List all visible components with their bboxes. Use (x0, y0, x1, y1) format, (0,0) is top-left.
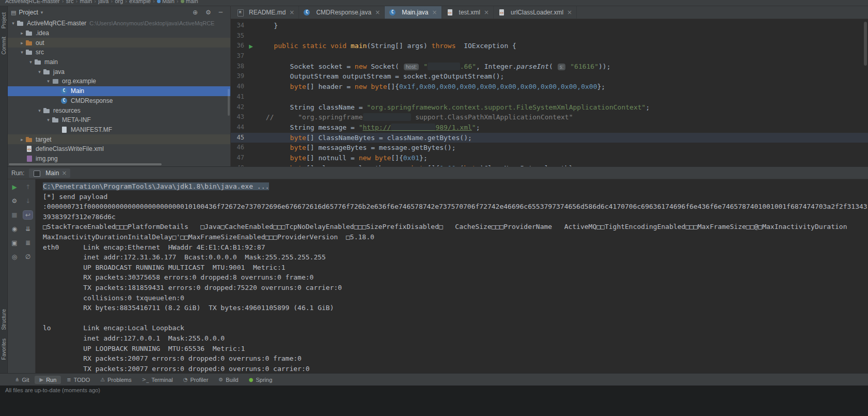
run-toolbar: ▶⚙■◉▣◎ ↑↓↩⇊≣∅ (8, 179, 36, 373)
gear-icon[interactable]: ⚙ (206, 9, 211, 16)
tab-close-icon[interactable]: × (375, 9, 380, 16)
tree-item-src[interactable]: ▾src (8, 48, 230, 57)
tree-item-label: target (36, 136, 55, 143)
statusbar-item-problems[interactable]: ⚠Problems (96, 376, 136, 384)
wrench-icon[interactable]: ⚙ (10, 197, 19, 205)
chevron-collapsed-icon[interactable]: ▸ (19, 40, 25, 45)
tab-close-icon[interactable]: × (567, 9, 572, 16)
tree-item-out[interactable]: ▸out (8, 38, 230, 48)
up-the-stack-trace-icon[interactable]: ↑ (23, 183, 33, 191)
run-tab-main[interactable]: Main × (29, 168, 70, 178)
code-text: // "org.springframe support.ClassPathXml… (258, 112, 868, 122)
code-area[interactable]: 34 }3536▶ public static void main(String… (231, 19, 868, 166)
statusbar-item-build[interactable]: ⚙Build (214, 376, 243, 384)
statusbar-item-git[interactable]: ⋔Git (10, 376, 34, 384)
chevron-collapsed-icon[interactable]: ▸ (19, 30, 25, 36)
upper-split: ▤ Project ▾ ⊕⚙─ ▾ActiveMqRCE-masterC:\Us… (8, 6, 868, 166)
horizontal-scrollbar[interactable] (9, 163, 162, 165)
code-line: 34 } (231, 21, 868, 31)
chevron-down-icon[interactable]: ▾ (41, 10, 43, 15)
console-line: inet addr:172.31.36.177 Bcast:0.0.0.0 Ma… (43, 252, 868, 263)
close-icon[interactable]: × (61, 170, 67, 177)
breadcrumb-item-java[interactable]: java (98, 0, 108, 4)
statusbar-item-profiler[interactable]: ◔Profiler (179, 376, 213, 384)
statusbar-item-run[interactable]: ▶Run (35, 376, 61, 384)
left-tool-stripe: ProjectCommit StructureFavorites (0, 6, 8, 373)
tree-item-main[interactable]: Main (8, 86, 230, 96)
chevron-expanded-icon[interactable]: ▾ (19, 50, 25, 55)
code-text: Socket socket = new Socket( host: " .66"… (258, 61, 868, 72)
breadcrumb-item-main[interactable]: Main (157, 0, 175, 4)
tab-close-icon[interactable]: × (484, 9, 489, 16)
tab-close-icon[interactable]: × (432, 9, 437, 16)
tree-item-defineclasswritefile-xml[interactable]: defineClassWriteFile.xml (8, 144, 230, 154)
tree-item-java[interactable]: ▾java (8, 67, 230, 76)
tree-item-activemqrce-master[interactable]: ▾ActiveMqRCE-masterC:\Users\Anonymous\De… (8, 19, 230, 28)
chevron-expanded-icon[interactable]: ▾ (45, 117, 52, 122)
tab-main-java[interactable]: Main.java× (385, 6, 441, 19)
line-number: 48 (231, 163, 244, 166)
locate-icon[interactable]: ⊕ (193, 9, 198, 16)
tree-item-target[interactable]: ▸target (8, 134, 230, 144)
statusbar-item-spring[interactable]: ●Spring (244, 376, 277, 384)
tree-item-manifest-mf[interactable]: MANIFEST.MF (8, 125, 230, 135)
tab-readme-md[interactable]: README.md× (232, 6, 299, 19)
tree-item-idea[interactable]: ▸.idea (8, 28, 230, 38)
restore-layout-icon[interactable]: ▣ (10, 239, 19, 247)
code-line: 45 byte[] ClassNameBytes = className.get… (231, 133, 868, 143)
statusbar-item-todo[interactable]: ≣TODO (62, 376, 94, 384)
chevron-collapsed-icon[interactable]: ▸ (19, 137, 25, 142)
tree-item-resources[interactable]: ▾resources (8, 105, 230, 115)
tree-item-org-example[interactable]: ▾org.example (8, 76, 230, 86)
soft-wrap-toggle[interactable]: ↩ (23, 211, 33, 219)
chevron-expanded-icon[interactable]: ▾ (27, 59, 34, 65)
tree-item-main[interactable]: ▾main (8, 57, 230, 67)
run-line-icon[interactable]: ▶ (249, 43, 253, 49)
stripe-tab-structure[interactable]: Structure (1, 309, 7, 330)
breadcrumb-item-src[interactable]: src (66, 0, 74, 4)
breadcrumb-separator-icon: › (111, 0, 113, 4)
chevron-expanded-icon[interactable]: ▾ (10, 21, 17, 26)
tab-test-xml[interactable]: test.xml× (442, 6, 494, 19)
tab-urlclassloader-xml[interactable]: urlClassLoader.xml× (494, 6, 577, 19)
hide-panel-icon[interactable]: ─ (219, 9, 223, 16)
method-dot-icon (181, 0, 184, 3)
breadcrumb-item-org[interactable]: org (115, 0, 123, 4)
code-line: 41 (231, 92, 868, 102)
chevron-expanded-icon[interactable]: ▾ (45, 79, 52, 84)
thread-dump-icon[interactable]: ◉ (10, 225, 19, 233)
rerun-button[interactable]: ▶ (10, 183, 19, 191)
project-panel-title[interactable]: Project (19, 9, 38, 16)
xml-icon (25, 145, 34, 152)
breadcrumb-item-main[interactable]: main (181, 0, 198, 4)
stripe-tab-project[interactable]: Project (1, 12, 7, 28)
tree-item-cmdresponse[interactable]: CMDResponse (8, 96, 230, 106)
run-panel-body: ▶⚙■◉▣◎ ↑↓↩⇊≣∅ C:\Penetration\ProgramTool… (8, 179, 868, 373)
run-console[interactable]: C:\Penetration\ProgramTools\Java\jdk1.8\… (36, 179, 868, 373)
tree-item-img-png[interactable]: img.png (8, 154, 230, 164)
gutter-slot: ▶ (244, 41, 258, 51)
chevron-expanded-icon[interactable]: ▾ (36, 108, 43, 113)
tab-close-icon[interactable]: × (289, 9, 294, 16)
xml-file-icon (498, 9, 506, 16)
chevron-expanded-icon[interactable]: ▾ (36, 69, 43, 74)
code-text: byte[] header = new byte[]{0x1f,0x00,0x0… (258, 82, 868, 92)
gutter-slot (244, 51, 258, 61)
project-tool-icon: ▤ (11, 9, 16, 16)
stripe-tab-favorites[interactable]: Favorites (1, 338, 7, 360)
breadcrumb-item-main[interactable]: main (80, 0, 92, 4)
statusbar-item-terminal[interactable]: >_Terminal (137, 376, 178, 384)
pin-icon[interactable]: ◎ (10, 253, 19, 261)
editor-scrollbar[interactable] (864, 22, 867, 66)
breadcrumb-item-activemqrce-master[interactable]: ActiveMqRCE-master (5, 0, 60, 4)
clear-all-icon[interactable]: ∅ (23, 253, 33, 261)
tree-item-meta-inf[interactable]: ▾META-INF (8, 115, 230, 125)
breadcrumb-item-example[interactable]: example (129, 0, 151, 4)
vertical-scrollbar[interactable] (228, 89, 230, 116)
print-icon[interactable]: ≣ (23, 239, 33, 247)
stop-button[interactable]: ■ (10, 211, 19, 219)
scroll-to-end-icon[interactable]: ⇊ (23, 225, 33, 233)
down-the-stack-trace-icon[interactable]: ↓ (23, 197, 33, 205)
stripe-tab-commit[interactable]: Commit (1, 37, 7, 54)
tab-cmdresponse-java[interactable]: CMDResponse.java× (299, 6, 385, 19)
